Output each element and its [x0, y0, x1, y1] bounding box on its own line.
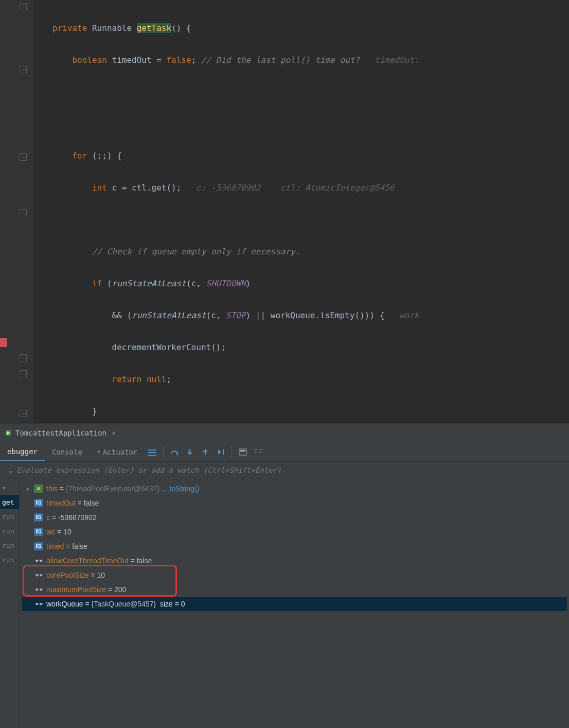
step-over-icon[interactable] — [167, 442, 182, 461]
close-icon[interactable]: × — [112, 429, 116, 437]
svg-rect-5 — [239, 449, 246, 455]
evaluate-row: ⌄ — [0, 462, 569, 478]
var-row[interactable]: 01 c = -536870902 — [22, 510, 567, 525]
var-row[interactable]: ▸ ≡ this = {ThreadPoolExecutor@5437} ...… — [22, 481, 567, 496]
tab-console[interactable]: Console — [45, 442, 90, 461]
frame-item[interactable]: get — [0, 495, 19, 509]
svg-rect-4 — [223, 449, 224, 455]
svg-rect-8 — [254, 452, 257, 453]
debug-toolbar: ebugger Console ⚡Actuator — [0, 442, 569, 462]
fold-marker[interactable]: − — [20, 354, 27, 361]
fold-marker[interactable]: − — [20, 410, 27, 417]
evaluate-icon[interactable] — [235, 442, 251, 461]
fold-marker[interactable]: − — [20, 370, 27, 377]
fold-marker[interactable]: − — [20, 153, 27, 161]
step-out-icon[interactable] — [198, 442, 213, 461]
fold-marker[interactable]: − — [20, 3, 27, 10]
keyword: private — [52, 23, 87, 33]
code-area[interactable]: private Runnable getTask() { boolean tim… — [33, 0, 569, 423]
debug-tab-label[interactable]: TomcattestApplication — [15, 429, 106, 437]
breakpoint-icon[interactable] — [0, 338, 7, 347]
svg-rect-10 — [259, 452, 262, 453]
var-row[interactable]: 👓 workQueue = {TaskQueue@5457} size = 0 — [22, 597, 567, 611]
layout-icon[interactable] — [145, 442, 160, 461]
actuator-icon: ⚡ — [97, 448, 101, 456]
constant: SHUTDOWN — [206, 279, 246, 288]
svg-rect-7 — [254, 449, 257, 450]
svg-rect-6 — [240, 450, 245, 452]
comment: // Check if queue empty only if necessar… — [92, 247, 300, 256]
primitive-icon: 01 — [34, 499, 43, 507]
frame-item[interactable]: ▾ — [0, 480, 19, 495]
gutter: − − − − − − − — [0, 0, 33, 423]
variables-tree[interactable]: ▸ ≡ this = {ThreadPoolExecutor@5437} ...… — [20, 478, 569, 728]
frames-column: ▾ get run run run run — [0, 478, 20, 728]
trace-icon[interactable] — [251, 442, 266, 461]
return-type: Runnable — [92, 23, 132, 33]
svg-rect-2 — [148, 452, 156, 453]
evaluate-input[interactable] — [16, 466, 565, 474]
object-icon: ≡ — [34, 484, 43, 493]
inline-hint: work — [399, 310, 419, 320]
frame-item[interactable]: run — [0, 509, 19, 524]
var-row[interactable]: 01 timedOut = false — [22, 496, 567, 510]
code-editor[interactable]: − − − − − − − private Runnable getTask()… — [0, 0, 569, 423]
primitive-icon: 01 — [34, 513, 43, 522]
frame-item[interactable]: run — [0, 538, 19, 552]
frame-item[interactable]: run — [0, 524, 19, 538]
fold-marker[interactable]: − — [20, 209, 27, 216]
primitive-icon: 01 — [34, 542, 43, 550]
svg-rect-1 — [148, 449, 156, 450]
expand-arrow-icon[interactable]: ▸ — [27, 481, 34, 496]
primitive-icon: 01 — [34, 528, 43, 536]
tab-debugger[interactable]: ebugger — [0, 442, 45, 461]
tab-actuator[interactable]: ⚡Actuator — [90, 442, 145, 461]
chevron-down-icon[interactable]: ⌄ — [8, 466, 12, 474]
tostring-link[interactable]: ... toString() — [162, 481, 199, 496]
debug-panel: TomcattestApplication × ebugger Console … — [0, 423, 569, 728]
fold-marker[interactable]: − — [20, 66, 27, 73]
debug-tab-row: TomcattestApplication × — [0, 424, 569, 442]
var-row[interactable]: 01 wc = 10 — [22, 525, 567, 539]
comment: // Did the last poll() time out? — [201, 55, 360, 65]
inline-hint: c: -536870902 ctl: AtomicInteger@5456 — [196, 183, 394, 193]
step-into-icon[interactable] — [182, 442, 198, 461]
run-to-cursor-icon[interactable] — [213, 442, 228, 461]
svg-rect-3 — [148, 455, 156, 456]
inline-hint: timedOut: — [375, 55, 419, 65]
constant: STOP — [226, 310, 246, 320]
var-row[interactable]: 01 timed = false — [22, 539, 567, 553]
svg-rect-9 — [259, 449, 262, 450]
frame-item[interactable]: run — [0, 552, 19, 567]
highlight-annotation — [23, 565, 177, 597]
method-name: getTask — [137, 23, 171, 33]
run-config-icon — [4, 429, 12, 437]
watch-icon: 👓 — [34, 597, 43, 611]
